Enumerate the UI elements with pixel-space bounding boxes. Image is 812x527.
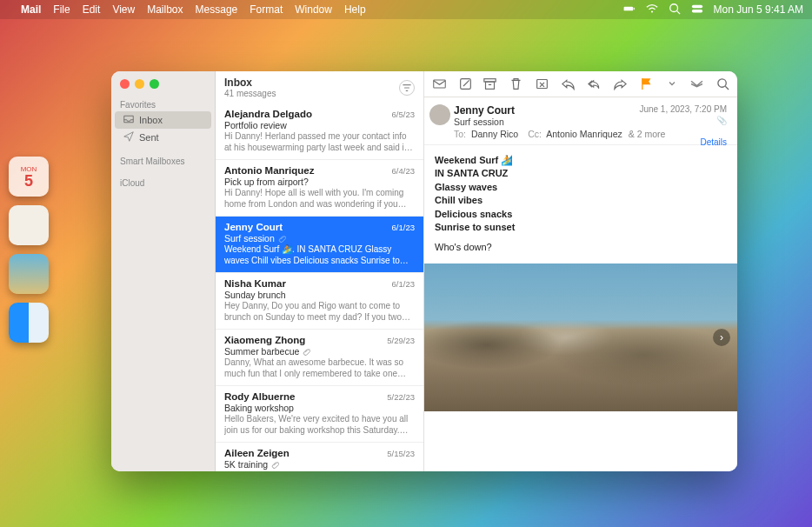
menu-file[interactable]: File (53, 3, 70, 16)
menu-message[interactable]: Message (196, 3, 238, 16)
svg-point-12 (717, 79, 725, 87)
message-date: 5/22/23 (387, 392, 415, 402)
filter-button[interactable] (399, 80, 415, 96)
flag-menu-chevron[interactable] (664, 77, 680, 92)
svg-rect-1 (633, 7, 634, 9)
paperclip-icon (271, 461, 279, 469)
message-row[interactable]: Antonio Manriquez6/4/23Pick up from airp… (216, 160, 423, 217)
close-window-button[interactable] (120, 79, 130, 89)
forward-button[interactable] (612, 77, 628, 92)
svg-point-2 (651, 10, 653, 12)
message-body-line: IN SANTA CRUZ (435, 167, 727, 180)
message-preview: Hi Danny! Herland passed me your contact… (224, 131, 415, 153)
photo-widget[interactable] (9, 254, 49, 294)
battery-icon[interactable] (623, 3, 636, 17)
menu-help[interactable]: Help (344, 3, 366, 16)
flag-button[interactable] (638, 77, 654, 92)
message-list[interactable]: Alejandra Delgado6/5/23Portfolio reviewH… (216, 103, 423, 471)
tray-icon (123, 114, 134, 126)
svg-rect-7 (433, 80, 445, 88)
message-date: 5/15/23 (387, 449, 415, 458)
reply-all-button[interactable] (586, 77, 602, 92)
sidebar: Favorites Inbox Sent Smart Mailboxes iCl… (111, 71, 216, 471)
svg-point-3 (669, 3, 677, 11)
sidebar-item-inbox[interactable]: Inbox (115, 111, 211, 129)
menu-view[interactable]: View (112, 3, 135, 16)
message-from: Aileen Zeigen (224, 448, 290, 458)
menu-edit[interactable]: Edit (83, 3, 101, 16)
search-icon[interactable] (669, 3, 681, 17)
message-from: Rody Albuerne (224, 391, 295, 402)
toolbar-overflow[interactable] (689, 77, 704, 92)
message-date: 6/1/23 (392, 223, 415, 232)
sidebar-item-sent[interactable]: Sent (115, 129, 211, 146)
mail-window: Favorites Inbox Sent Smart Mailboxes iCl… (111, 71, 737, 471)
message-to: Danny Rico (471, 129, 518, 139)
sidebar-section-favorites: Favorites (111, 97, 215, 111)
message-date: 5/29/23 (387, 336, 415, 345)
svg-rect-0 (623, 6, 633, 10)
notes-widget[interactable] (9, 205, 49, 245)
message-subject-row: Baking workshop (224, 403, 415, 413)
app-name[interactable]: Mail (21, 3, 41, 16)
message-preview: Hi Danny! Hope all is well with you. I'm… (224, 188, 415, 210)
minimize-window-button[interactable] (135, 79, 144, 89)
message-from: Antonio Manriquez (224, 165, 315, 176)
archive-button[interactable] (482, 77, 497, 92)
next-attachment-arrow[interactable]: › (713, 329, 730, 346)
cc-label: Cc: (528, 129, 542, 139)
message-body-line: Who's down? (435, 241, 727, 254)
menu-format[interactable]: Format (250, 3, 283, 16)
message-list-column: Inbox 41 messages Alejandra Delgado6/5/2… (216, 71, 424, 471)
message-row[interactable]: Aileen Zeigen5/15/235K trainingHey Danny… (216, 443, 423, 471)
svg-rect-6 (691, 9, 702, 12)
message-row[interactable]: Rody Albuerne5/22/23Baking workshopHello… (216, 386, 423, 443)
menu-mailbox[interactable]: Mailbox (147, 3, 183, 16)
menu-window[interactable]: Window (295, 3, 332, 16)
message-list-header: Inbox 41 messages (216, 71, 423, 103)
message-preview: Hey Danny, I wanted to thank you for put… (224, 470, 415, 471)
message-subject-row: 5K training (224, 459, 415, 470)
message-date: 6/4/23 (392, 166, 415, 176)
message-subject-row: Summer barbecue (224, 346, 415, 357)
message-subject-row: Sunday brunch (224, 290, 415, 300)
get-mail-button[interactable] (431, 77, 447, 92)
message-body-line: Weekend Surf 🏄 (435, 154, 727, 167)
message-row[interactable]: Jenny Court6/1/23Surf sessionWeekend Sur… (216, 217, 423, 273)
sidebar-item-label: Inbox (139, 115, 163, 125)
sender-avatar[interactable] (429, 104, 450, 125)
svg-line-13 (725, 86, 729, 90)
menubar-clock[interactable]: Mon Jun 5 9:41 AM (714, 3, 803, 16)
message-image-attachment[interactable]: › (424, 264, 737, 411)
mailbox-count: 41 messages (224, 89, 276, 98)
message-row[interactable]: Xiaomeng Zhong5/29/23Summer barbecueDann… (216, 330, 423, 386)
delete-button[interactable] (508, 77, 523, 92)
compose-button[interactable] (457, 77, 473, 92)
message-row[interactable]: Nisha Kumar6/1/23Sunday brunchHey Danny,… (216, 273, 423, 330)
message-preview: Hey Danny, Do you and Rigo want to come … (224, 301, 415, 323)
finder-icon[interactable] (9, 303, 49, 343)
message-row[interactable]: Alejandra Delgado6/5/23Portfolio reviewH… (216, 103, 423, 160)
message-subject-row: Pick up from airport? (224, 177, 415, 187)
svg-rect-5 (691, 4, 702, 8)
message-body-line: Glassy waves (435, 181, 727, 194)
mailbox-title: Inbox (224, 77, 276, 89)
message-from: Nisha Kumar (224, 278, 286, 289)
menubar: Mail File Edit View Mailbox Message Form… (0, 0, 812, 19)
sidebar-section-smart: Smart Mailboxes (111, 153, 215, 168)
search-button[interactable] (715, 77, 730, 92)
control-center-icon[interactable] (691, 3, 703, 17)
paperclip-icon (278, 235, 286, 243)
message-preview: Danny, What an awesome barbecue. It was … (224, 357, 415, 379)
fullscreen-window-button[interactable] (150, 79, 159, 89)
reply-button[interactable] (560, 77, 576, 92)
message-body-line: Chill vibes (435, 194, 727, 207)
message-from: Jenny Court (224, 222, 283, 232)
wifi-icon[interactable] (646, 3, 658, 17)
reading-pane: June 1, 2023, 7:20 PM 📎 Details Jenny Co… (424, 71, 737, 471)
message-preview: Weekend Surf 🏄. IN SANTA CRUZ Glassy wav… (224, 244, 415, 266)
attachment-icon: 📎 (639, 116, 727, 125)
details-link[interactable]: Details (639, 137, 727, 147)
junk-button[interactable] (534, 77, 549, 92)
calendar-widget[interactable]: MON 5 (9, 157, 49, 197)
